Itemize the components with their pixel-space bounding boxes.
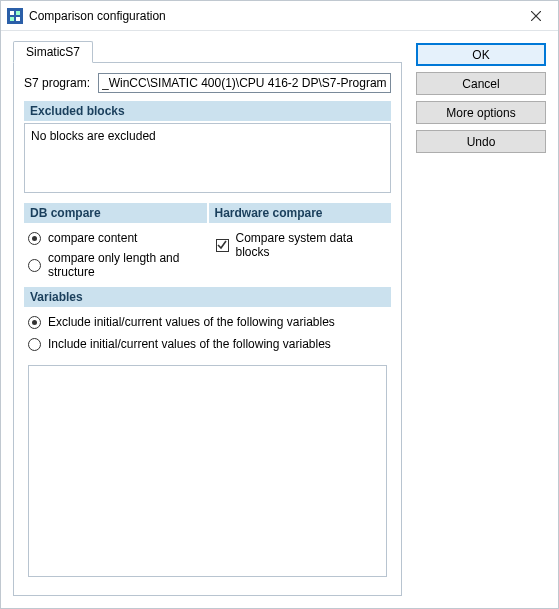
- excluded-blocks-text: No blocks are excluded: [31, 129, 156, 143]
- radio-compare-content[interactable]: compare content: [28, 231, 200, 245]
- radio-compare-length[interactable]: compare only length and structure: [28, 251, 200, 279]
- more-options-button[interactable]: More options: [416, 101, 546, 124]
- tab-simatics7[interactable]: SimaticS7: [13, 41, 93, 63]
- app-icon: [7, 8, 23, 24]
- radio-label: Exclude initial/current values of the fo…: [48, 315, 335, 329]
- svg-rect-3: [16, 17, 20, 21]
- s7-program-row: S7 program:: [24, 73, 391, 93]
- radio-label: Include initial/current values of the fo…: [48, 337, 331, 351]
- tab-content: S7 program: Excluded blocks No blocks ar…: [13, 63, 402, 596]
- checkbox-icon: [216, 239, 229, 252]
- radio-icon: [28, 338, 41, 351]
- hw-compare-col: Compare system data blocks: [216, 231, 388, 279]
- db-compare-col: compare content compare only length and …: [28, 231, 200, 279]
- s7-program-label: S7 program:: [24, 76, 90, 90]
- radio-icon: [28, 232, 41, 245]
- ok-button[interactable]: OK: [416, 43, 546, 66]
- titlebar: Comparison configuration: [1, 1, 558, 31]
- svg-rect-1: [16, 11, 20, 15]
- compare-body: compare content compare only length and …: [24, 223, 391, 287]
- radio-label: compare content: [48, 231, 137, 245]
- undo-button[interactable]: Undo: [416, 130, 546, 153]
- radio-exclude-values[interactable]: Exclude initial/current values of the fo…: [28, 315, 387, 329]
- radio-icon: [28, 259, 41, 272]
- dialog-window: Comparison configuration SimaticS7 S7 pr…: [0, 0, 559, 609]
- radio-label: compare only length and structure: [48, 251, 200, 279]
- tabstrip: SimaticS7: [13, 41, 402, 63]
- variables-header: Variables: [24, 287, 391, 307]
- close-button[interactable]: [514, 1, 558, 30]
- excluded-blocks-header: Excluded blocks: [24, 101, 391, 121]
- db-compare-header: DB compare: [24, 203, 207, 223]
- close-icon: [531, 11, 541, 21]
- checkbox-label: Compare system data blocks: [236, 231, 388, 259]
- checkbox-compare-sdb[interactable]: Compare system data blocks: [216, 231, 388, 259]
- excluded-blocks-list[interactable]: No blocks are excluded: [24, 123, 391, 193]
- variables-list[interactable]: [28, 365, 387, 577]
- radio-icon: [28, 316, 41, 329]
- radio-include-values[interactable]: Include initial/current values of the fo…: [28, 337, 387, 351]
- variables-body: Exclude initial/current values of the fo…: [24, 307, 391, 585]
- right-column: OK Cancel More options Undo: [416, 41, 546, 596]
- cancel-button[interactable]: Cancel: [416, 72, 546, 95]
- hardware-compare-header: Hardware compare: [209, 203, 392, 223]
- s7-program-input[interactable]: [98, 73, 391, 93]
- client-area: SimaticS7 S7 program: Excluded blocks No…: [1, 31, 558, 608]
- left-column: SimaticS7 S7 program: Excluded blocks No…: [13, 41, 402, 596]
- window-title: Comparison configuration: [29, 9, 514, 23]
- compare-headers: DB compare Hardware compare: [24, 203, 391, 223]
- svg-rect-2: [10, 17, 14, 21]
- svg-rect-0: [10, 11, 14, 15]
